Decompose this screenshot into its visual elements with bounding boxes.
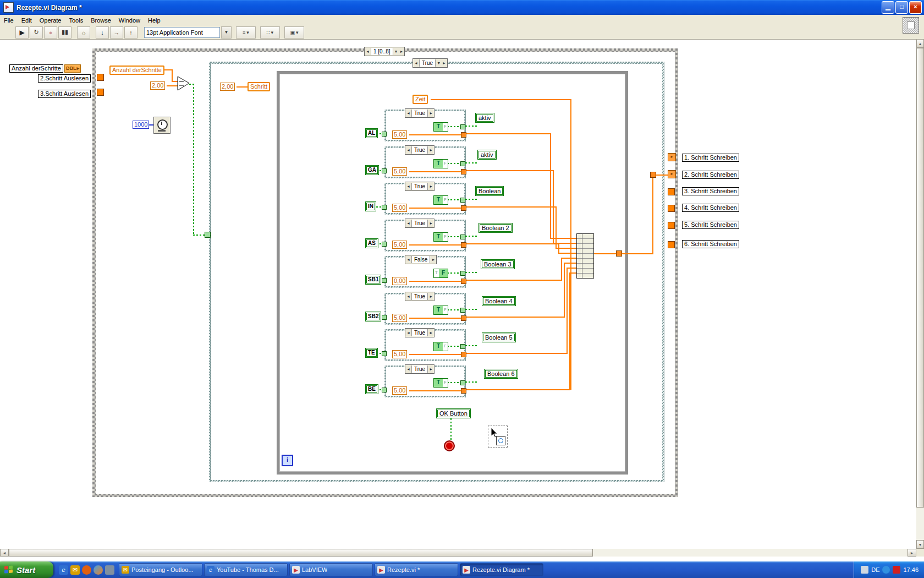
prev-case-icon[interactable]: ◄ bbox=[406, 256, 411, 263]
terminal-sb1[interactable]: SB1 bbox=[365, 275, 381, 285]
boolean-constant[interactable]: T F bbox=[433, 269, 448, 278]
boolean-constant[interactable]: T F bbox=[433, 378, 448, 388]
step-into-button[interactable]: ↓ bbox=[96, 26, 109, 39]
run-continuous-button[interactable]: ↻ bbox=[30, 26, 43, 39]
menu-window[interactable]: Window bbox=[115, 16, 144, 25]
case-selector-label[interactable]: True bbox=[419, 59, 436, 67]
control-label[interactable]: 3.Schritt Auslesen bbox=[38, 90, 91, 98]
terminal-as[interactable]: AS bbox=[365, 238, 378, 248]
vi-icon-pane[interactable] bbox=[903, 17, 919, 34]
indicator-label[interactable]: 4. Schritt Schreiben bbox=[682, 204, 739, 212]
menu-edit[interactable]: Edit bbox=[18, 16, 36, 25]
title-bar[interactable]: Rezepte.vi Diagram * ▁ □ × bbox=[0, 0, 924, 15]
next-case-icon[interactable]: ► bbox=[442, 59, 447, 67]
case-selector[interactable]: ◄ True ► bbox=[405, 292, 435, 301]
case-selector[interactable]: ◄ True ▼ ► bbox=[413, 58, 448, 68]
case-selector-label[interactable]: True bbox=[411, 293, 428, 300]
indicator-label[interactable]: aktiv bbox=[477, 150, 497, 160]
step-out-button[interactable]: ↑ bbox=[124, 26, 138, 39]
indicator-label[interactable]: 2. Schritt Schreiben bbox=[682, 171, 739, 179]
case-selector-label[interactable]: True bbox=[411, 183, 428, 190]
output-tunnel-icon[interactable]: ▸ bbox=[668, 153, 676, 161]
next-frame-icon[interactable]: ► bbox=[399, 48, 404, 55]
terminal-square[interactable] bbox=[668, 222, 675, 229]
clock[interactable]: 17:46 bbox=[903, 566, 919, 573]
vertical-scroll-thumb[interactable] bbox=[916, 48, 924, 508]
close-button[interactable]: × bbox=[909, 1, 922, 14]
case-selector-label[interactable]: True bbox=[411, 366, 428, 373]
indicator-label[interactable]: Boolean 4 bbox=[482, 296, 516, 306]
task-rezepte-diagram[interactable]: ▶ Rezepte.vi Diagram * bbox=[460, 563, 543, 576]
scroll-up-icon[interactable]: ▲ bbox=[916, 39, 924, 48]
next-case-icon[interactable]: ► bbox=[428, 220, 433, 227]
prev-frame-icon[interactable]: ◄ bbox=[365, 48, 370, 55]
next-case-icon[interactable]: ► bbox=[428, 293, 433, 300]
numeric-constant[interactable]: 5,00 bbox=[392, 314, 407, 322]
boolean-constant[interactable]: T F bbox=[433, 232, 448, 242]
case-selector-label[interactable]: True bbox=[411, 110, 428, 117]
step-over-button[interactable]: → bbox=[110, 26, 123, 39]
prev-case-icon[interactable]: ◄ bbox=[406, 183, 411, 190]
task-youtube[interactable]: e YouTube - Thomas D... bbox=[204, 563, 288, 576]
next-case-icon[interactable]: ► bbox=[428, 329, 433, 336]
boolean-constant[interactable]: T F bbox=[433, 342, 448, 351]
numeric-constant[interactable]: 5,00 bbox=[392, 167, 407, 176]
iteration-terminal[interactable]: i bbox=[282, 455, 293, 466]
horizontal-scrollbar[interactable]: ◄ ► bbox=[0, 549, 916, 557]
indicator-label[interactable]: 5. Schritt Schreiben bbox=[682, 221, 739, 229]
dbl-terminal[interactable]: DBL ▸ bbox=[64, 64, 81, 73]
terminal-square[interactable] bbox=[97, 74, 104, 81]
media-player-icon[interactable] bbox=[94, 565, 103, 575]
numeric-constant[interactable]: 5,00 bbox=[392, 241, 407, 249]
indicator-label[interactable]: 1. Schritt Schreiben bbox=[682, 154, 739, 162]
boolean-constant[interactable]: T F bbox=[433, 306, 448, 315]
indicator-label[interactable]: Boolean bbox=[475, 186, 504, 196]
minimize-button[interactable]: ▁ bbox=[882, 1, 894, 14]
numeric-constant[interactable]: 0,00 bbox=[392, 277, 407, 285]
next-case-icon[interactable]: ► bbox=[431, 256, 436, 263]
zeit-terminal[interactable]: Zeit bbox=[413, 95, 428, 104]
font-selector-dropdown-icon[interactable]: ▼ bbox=[221, 26, 232, 39]
align-objects-button[interactable]: ≡ ▾ bbox=[236, 26, 256, 39]
indicator-label[interactable]: Boolean 5 bbox=[482, 332, 516, 342]
case-selector[interactable]: ◄ True ► bbox=[405, 108, 435, 118]
next-case-icon[interactable]: ► bbox=[428, 366, 433, 373]
terminal-square[interactable] bbox=[97, 89, 104, 96]
next-case-icon[interactable]: ► bbox=[428, 183, 433, 190]
vertical-scrollbar[interactable]: ▲ ▼ bbox=[916, 39, 924, 549]
maximize-button[interactable]: □ bbox=[895, 1, 908, 14]
task-labview[interactable]: ▶ LabVIEW bbox=[289, 563, 373, 576]
case-selector-label[interactable]: True bbox=[411, 146, 428, 154]
numeric-constant[interactable]: 5,00 bbox=[392, 130, 407, 139]
compare-node[interactable] bbox=[177, 76, 191, 91]
case-selector-label[interactable]: False bbox=[411, 256, 430, 263]
reorder-button[interactable]: ▣ ▾ bbox=[284, 26, 304, 39]
numeric-constant[interactable]: 2,00 bbox=[220, 83, 235, 91]
terminal-square[interactable] bbox=[668, 205, 675, 212]
terminal-square[interactable] bbox=[668, 188, 675, 195]
terminal-square[interactable] bbox=[668, 241, 675, 248]
prev-case-icon[interactable]: ◄ bbox=[406, 293, 411, 300]
boolean-constant[interactable]: T F bbox=[433, 195, 448, 205]
scroll-right-icon[interactable]: ► bbox=[908, 549, 916, 557]
start-button[interactable]: Start bbox=[0, 561, 53, 578]
prev-case-icon[interactable]: ◄ bbox=[414, 59, 419, 67]
terminal-al[interactable]: AL bbox=[365, 128, 378, 138]
sequence-frame-label[interactable]: 1 [0..8] bbox=[371, 48, 393, 55]
highlight-execution-button[interactable]: ☼ bbox=[77, 26, 90, 39]
ie-icon[interactable]: e bbox=[59, 565, 68, 575]
wait-ms-constant[interactable]: 1000 bbox=[133, 121, 149, 129]
terminal-sb2[interactable]: SB2 bbox=[365, 312, 381, 321]
output-tunnel-icon[interactable]: ▸ bbox=[668, 170, 676, 178]
task-outlook[interactable]: ✉ Posteingang - Outloo... bbox=[119, 563, 202, 576]
prev-case-icon[interactable]: ◄ bbox=[406, 329, 411, 336]
indicator-label[interactable]: Boolean 2 bbox=[479, 223, 513, 233]
firefox-icon[interactable] bbox=[82, 565, 91, 575]
schritt-terminal[interactable]: Schritt bbox=[248, 82, 270, 91]
numeric-constant[interactable]: 5,00 bbox=[392, 350, 407, 358]
numeric-constant[interactable]: 5,00 bbox=[392, 204, 407, 212]
prev-case-icon[interactable]: ◄ bbox=[406, 366, 411, 373]
wait-ms-icon[interactable] bbox=[153, 117, 170, 134]
indicator-label[interactable]: aktiv bbox=[475, 113, 494, 123]
menu-help[interactable]: Help bbox=[144, 16, 164, 25]
